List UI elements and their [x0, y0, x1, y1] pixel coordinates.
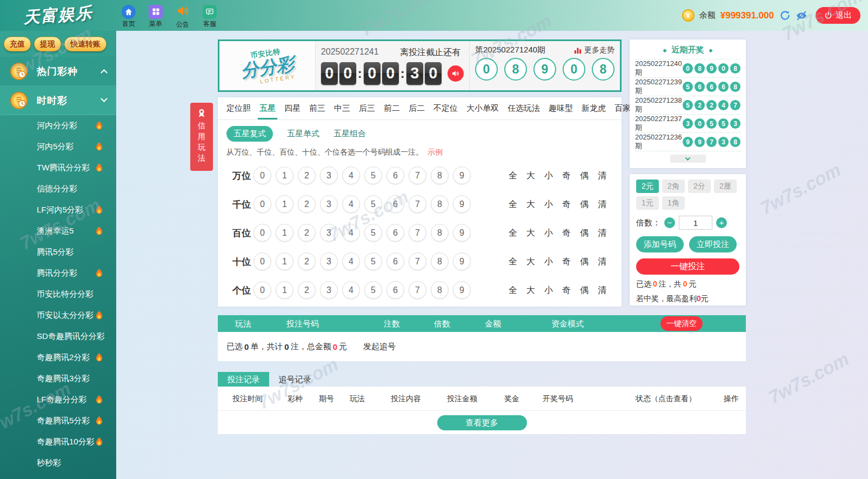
- sidebar-item[interactable]: 奇趣腾讯10分彩: [0, 431, 116, 453]
- number-ball[interactable]: 1: [276, 224, 293, 242]
- play-mode-tab[interactable]: 五星复式: [226, 126, 273, 142]
- number-ball[interactable]: 0: [253, 195, 271, 213]
- quick-option[interactable]: 奇: [562, 228, 571, 239]
- play-type-tab[interactable]: 后二: [404, 103, 429, 119]
- quick-option[interactable]: 大: [526, 228, 535, 239]
- play-type-tab[interactable]: 中三: [330, 103, 355, 119]
- more-trends-link[interactable]: 更多走势: [574, 45, 615, 55]
- sidebar-item[interactable]: LF河内5分彩: [0, 199, 116, 221]
- number-ball[interactable]: 2: [298, 167, 316, 184]
- number-ball[interactable]: 8: [431, 252, 449, 270]
- number-ball[interactable]: 7: [409, 252, 426, 270]
- quick-option[interactable]: 小: [544, 228, 553, 239]
- number-ball[interactable]: 6: [386, 167, 404, 184]
- quick-option[interactable]: 奇: [562, 285, 571, 296]
- number-ball[interactable]: 2: [298, 224, 316, 242]
- view-more-button[interactable]: 查看更多: [437, 415, 527, 430]
- number-ball[interactable]: 5: [364, 167, 382, 184]
- recent-draw-row[interactable]: 202502271236期99738: [635, 133, 740, 151]
- number-ball[interactable]: 5: [364, 224, 382, 242]
- number-ball[interactable]: 6: [386, 252, 404, 270]
- sidebar-item[interactable]: 币安以太分分彩: [0, 305, 116, 326]
- quick-option[interactable]: 全: [509, 228, 517, 239]
- number-ball[interactable]: 7: [409, 224, 426, 242]
- recharge-button[interactable]: 充值: [4, 37, 31, 51]
- quick-option[interactable]: 清: [598, 256, 606, 268]
- number-ball[interactable]: 7: [409, 167, 426, 184]
- recent-draw-row[interactable]: 202502271237期30553: [635, 115, 740, 133]
- unit-button[interactable]: 2分: [688, 179, 711, 193]
- one-click-bet-button[interactable]: 一键投注: [636, 258, 739, 275]
- number-ball[interactable]: 3: [320, 252, 338, 270]
- play-type-tab[interactable]: 任选玩法: [503, 103, 544, 119]
- quick-option[interactable]: 大: [526, 170, 535, 182]
- site-logo[interactable]: 天富娱乐: [0, 1, 117, 31]
- recent-draw-row[interactable]: 202502271240期08908: [635, 59, 740, 78]
- quick-option[interactable]: 小: [544, 199, 553, 210]
- recent-draw-row[interactable]: 202502271238期52247: [635, 96, 740, 115]
- number-ball[interactable]: 0: [253, 281, 271, 299]
- play-type-tab[interactable]: 趣味型: [544, 103, 577, 119]
- number-ball[interactable]: 6: [386, 281, 404, 299]
- play-mode-tab[interactable]: 五星组合: [333, 129, 366, 139]
- quick-option[interactable]: 偶: [580, 199, 589, 210]
- multiplier-input[interactable]: [679, 216, 712, 230]
- sound-toggle-button[interactable]: [448, 65, 464, 82]
- clear-all-button[interactable]: 一键清空: [660, 316, 703, 331]
- quick-option[interactable]: 偶: [580, 228, 589, 239]
- number-ball[interactable]: 9: [453, 167, 471, 184]
- play-type-tab[interactable]: 新龙虎: [577, 103, 610, 119]
- unit-button[interactable]: 1角: [662, 196, 685, 210]
- quick-option[interactable]: 大: [526, 285, 535, 296]
- number-ball[interactable]: 6: [386, 224, 404, 242]
- number-ball[interactable]: 5: [364, 252, 382, 270]
- play-mode-tab[interactable]: 五星单式: [287, 129, 319, 139]
- quick-option[interactable]: 小: [544, 170, 553, 182]
- unit-button[interactable]: 2厘: [714, 179, 737, 193]
- number-ball[interactable]: 3: [320, 195, 338, 213]
- number-ball[interactable]: 4: [342, 195, 360, 213]
- number-ball[interactable]: 1: [276, 167, 293, 184]
- number-ball[interactable]: 7: [409, 281, 426, 299]
- nav-home[interactable]: 首页: [116, 5, 141, 29]
- logout-button[interactable]: 退出: [816, 7, 860, 24]
- number-ball[interactable]: 3: [320, 224, 338, 242]
- records-tab[interactable]: 追号记录: [269, 372, 321, 387]
- sidebar-item[interactable]: LF奇趣分分彩: [0, 389, 116, 410]
- quick-option[interactable]: 小: [544, 285, 553, 296]
- number-ball[interactable]: 8: [431, 224, 449, 242]
- number-ball[interactable]: 1: [276, 195, 293, 213]
- number-ball[interactable]: 4: [342, 252, 360, 270]
- number-ball[interactable]: 0: [253, 167, 271, 184]
- number-ball[interactable]: 8: [431, 167, 449, 184]
- records-tab[interactable]: 投注记录: [218, 372, 269, 387]
- sidebar-item[interactable]: 腾讯分分彩: [0, 263, 116, 284]
- bet-now-button[interactable]: 立即投注: [689, 236, 737, 252]
- withdraw-button[interactable]: 提现: [34, 37, 61, 51]
- play-type-tab[interactable]: 前三: [305, 103, 330, 119]
- number-ball[interactable]: 6: [386, 195, 404, 213]
- multiplier-decrease-button[interactable]: −: [664, 217, 675, 228]
- number-ball[interactable]: 1: [276, 281, 293, 299]
- quick-option[interactable]: 小: [544, 256, 553, 268]
- multiplier-increase-button[interactable]: +: [716, 217, 727, 228]
- nav-menu[interactable]: 菜单: [143, 5, 168, 29]
- number-ball[interactable]: 4: [342, 224, 360, 242]
- sidebar-item[interactable]: 奇趣腾讯2分彩: [0, 347, 116, 368]
- sidebar-item[interactable]: 腾讯5分彩: [0, 242, 116, 263]
- number-ball[interactable]: 5: [364, 281, 382, 299]
- credit-play-tag[interactable]: 信用玩法: [190, 103, 213, 171]
- recent-draw-row[interactable]: 202502271239期56668: [635, 78, 740, 96]
- number-ball[interactable]: 8: [431, 195, 449, 213]
- number-ball[interactable]: 2: [298, 281, 316, 299]
- number-ball[interactable]: 4: [342, 281, 360, 299]
- nav-announce[interactable]: 公告: [170, 4, 195, 29]
- quick-option[interactable]: 清: [598, 228, 606, 239]
- add-number-button[interactable]: 添加号码: [636, 236, 684, 252]
- sidebar-item[interactable]: SD奇趣腾讯分分彩: [0, 326, 116, 347]
- sidebar-section-1[interactable]: 时时彩: [0, 86, 116, 115]
- sidebar-item[interactable]: 秒秒彩: [0, 453, 116, 474]
- transfer-button[interactable]: 快速转账: [64, 37, 106, 51]
- quick-option[interactable]: 清: [598, 199, 606, 210]
- sidebar-item[interactable]: 河内分分彩: [0, 115, 116, 136]
